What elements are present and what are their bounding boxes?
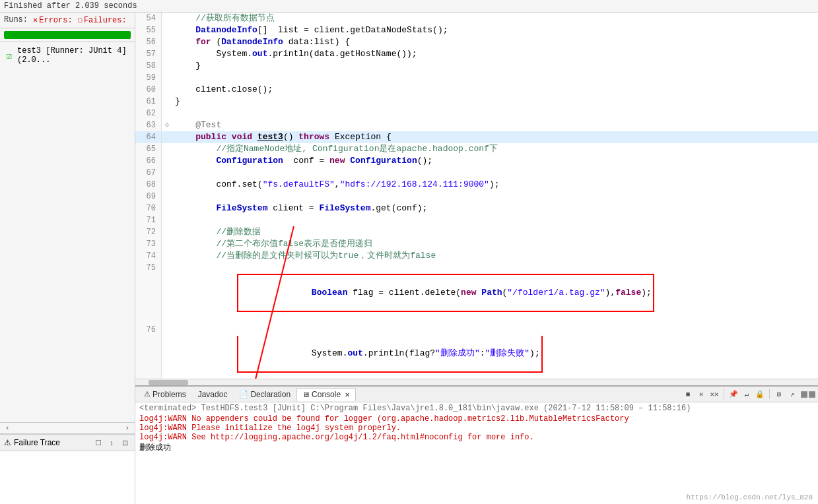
open-btn[interactable]: ↗ xyxy=(786,389,798,400)
failures-label: Failures: xyxy=(84,16,127,25)
tab-javadoc[interactable]: Javadoc xyxy=(192,388,234,401)
stop-btn[interactable]: ■ xyxy=(682,389,694,400)
tab-problems-label: Problems xyxy=(153,390,186,399)
code-line-68: 68 conf.set("fs.defaultFS","hdfs://192.1… xyxy=(135,179,818,191)
test-item-label: test3 [Runner: JUnit 4] (2.0... xyxy=(17,46,131,65)
trace-btn3[interactable]: ⊡ xyxy=(119,437,131,449)
tree-nav: ‹ › xyxy=(0,422,135,434)
progress-bar-container xyxy=(0,28,135,42)
test-item[interactable]: ☑ test3 [Runner: JUnit 4] (2.0... xyxy=(4,45,131,66)
console-header: <terminated> TestHDFS.test3 [JUnit] C:\P… xyxy=(139,404,814,413)
code-line-75: 75 Boolean flag = client.delete(new Path… xyxy=(135,262,818,324)
failure-trace-area xyxy=(0,451,135,504)
test-tree[interactable]: ☑ test3 [Runner: JUnit 4] (2.0... xyxy=(0,42,135,422)
code-line-54: 54 //获取所有数据节点 xyxy=(135,13,818,24)
code-line-74: 74 //当删除的是文件夹时候可以为true，文件时就为false xyxy=(135,250,818,262)
code-line-76: 76 System.out.println(flag?"删除成功":"删除失败"… xyxy=(135,324,818,379)
failure-trace-section: ⚠ Failure Trace ☐ ↕ ⊡ xyxy=(0,434,135,504)
code-line-56: 56 for (DatanodeInfo data:list) { xyxy=(135,36,818,48)
failures-icon: ☐ xyxy=(78,15,83,25)
console-scrollbar-thumb2[interactable] xyxy=(809,391,815,398)
code-line-55: 55 DatanodeInfo[] list = client.getDataN… xyxy=(135,24,818,36)
bottom-panel: ⚠ Problems Javadoc 📄 Declaration 🖥 Conso… xyxy=(135,385,818,504)
code-line-65: 65 //指定NameNode地址, Configuration是在apache… xyxy=(135,143,818,155)
code-line-57: 57 System.out.println(data.getHostName()… xyxy=(135,48,818,60)
word-wrap-btn[interactable]: ↵ xyxy=(741,389,753,400)
code-editor[interactable]: 54 //获取所有数据节点 55 DatanodeInfo[] list = c… xyxy=(135,13,818,379)
code-line-61: 61 } xyxy=(135,96,818,108)
progress-bar xyxy=(4,31,131,39)
code-line-69: 69 xyxy=(135,191,818,203)
console-close-icon[interactable]: ✕ xyxy=(345,391,350,398)
code-line-60: 60 client.close(); xyxy=(135,84,818,96)
scroll-lock-btn[interactable]: 🔒 xyxy=(754,389,766,400)
problems-icon: ⚠ xyxy=(144,390,151,398)
code-line-67: 67 xyxy=(135,167,818,179)
code-line-70: 70 FileSystem client = FileSystem.get(co… xyxy=(135,203,818,214)
scroll-thumb[interactable] xyxy=(149,380,188,385)
close-btn[interactable]: ✕ xyxy=(695,389,707,400)
console-warn-3: log4j:WARN See http://logging.apache.org… xyxy=(139,433,814,442)
nav-right-arrow[interactable]: › xyxy=(123,424,131,432)
test-pass-icon: ☑ xyxy=(4,50,15,61)
declaration-icon: 📄 xyxy=(239,390,248,398)
console-scrollbar-thumb[interactable] xyxy=(801,391,807,398)
code-line-72: 72 //删除数据 xyxy=(135,226,818,238)
code-line-71: 71 xyxy=(135,214,818,226)
horizontal-scrollbar[interactable] xyxy=(135,379,818,385)
top-status-bar: Finished after 2.039 seconds xyxy=(0,0,818,13)
nav-left-arrow[interactable]: ‹ xyxy=(4,424,11,432)
code-line-62: 62 xyxy=(135,108,818,119)
toolbar-divider2 xyxy=(769,389,770,399)
bottom-toolbar: ■ ✕ ✕✕ 📌 ↵ 🔒 ⊞ ↗ xyxy=(682,389,798,400)
bottom-url: https://blog.csdn.net/lys_828 xyxy=(687,493,813,501)
tab-console[interactable]: 🖥 Console ✕ xyxy=(296,388,356,401)
console-warn-1: log4j:WARN No appenders could be found f… xyxy=(139,414,814,424)
tab-javadoc-label: Javadoc xyxy=(198,390,228,399)
toolbar-divider xyxy=(724,389,724,399)
tab-declaration[interactable]: 📄 Declaration xyxy=(233,388,296,401)
code-line-73: 73 //第二个布尔值false表示是否使用递归 xyxy=(135,238,818,250)
status-text: Finished after 2.039 seconds xyxy=(4,1,137,11)
console-output-1: 删除成功 xyxy=(139,442,814,453)
right-panel: 54 //获取所有数据节点 55 DatanodeInfo[] list = c… xyxy=(135,13,818,504)
clear-btn[interactable]: ✕✕ xyxy=(708,389,720,400)
runs-label: Runs: xyxy=(4,15,28,25)
pin-btn[interactable]: 📌 xyxy=(728,389,739,400)
console-warn-2: log4j:WARN Please initialize the log4j s… xyxy=(139,424,814,433)
tab-problems[interactable]: ⚠ Problems xyxy=(138,388,192,401)
console-area: <terminated> TestHDFS.test3 [JUnit] C:\P… xyxy=(135,402,818,504)
test-stats: Runs: ✕ Errors: ☐ Failures: xyxy=(0,13,135,28)
tab-declaration-label: Declaration xyxy=(250,390,290,399)
new-console-btn[interactable]: ⊞ xyxy=(773,389,785,400)
errors-label: Errors: xyxy=(39,16,72,25)
tab-console-label: Console xyxy=(312,390,341,399)
trace-btn1[interactable]: ☐ xyxy=(92,437,104,449)
failure-trace-label: Failure Trace xyxy=(14,438,60,447)
errors-icon: ✕ xyxy=(33,15,38,25)
trace-btn2[interactable]: ↕ xyxy=(106,437,118,449)
failure-trace-bar: ⚠ Failure Trace ☐ ↕ ⊡ xyxy=(0,435,135,451)
code-line-58: 58 } xyxy=(135,60,818,72)
code-line-63: 63 ◇ @Test xyxy=(135,119,818,131)
failure-trace-icon: ⚠ xyxy=(4,438,11,447)
code-line-59: 59 xyxy=(135,72,818,84)
bottom-tabs: ⚠ Problems Javadoc 📄 Declaration 🖥 Conso… xyxy=(135,387,818,402)
left-panel: Runs: ✕ Errors: ☐ Failures: ☑ test3 [Run… xyxy=(0,13,135,504)
console-icon: 🖥 xyxy=(302,391,310,398)
code-line-66: 66 Configuration conf = new Configuratio… xyxy=(135,155,818,167)
code-line-64: 64 public void test3() throws Exception … xyxy=(135,131,818,143)
